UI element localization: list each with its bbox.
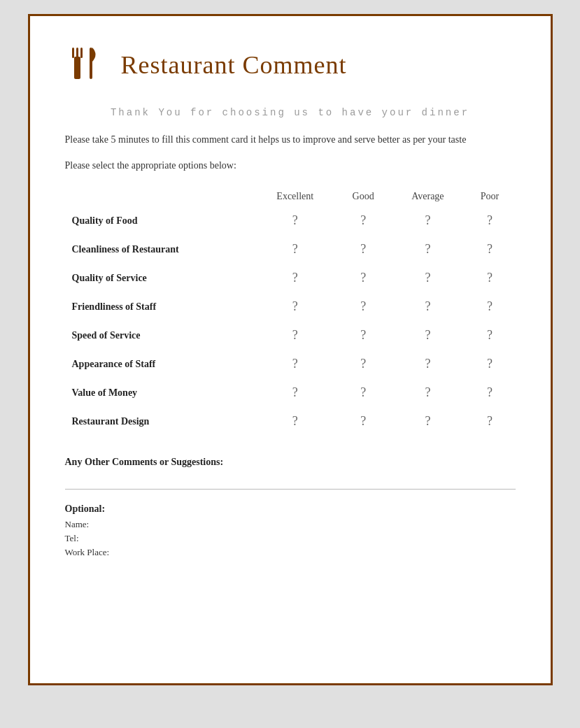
rating-option[interactable]: ?	[335, 378, 391, 407]
rating-option[interactable]: ?	[465, 292, 516, 321]
cutlery-icon	[65, 44, 107, 86]
rating-option[interactable]: ?	[335, 235, 391, 264]
row-label: Restaurant Design	[65, 407, 255, 436]
rating-table: Excellent Good Average Poor Quality of F…	[65, 187, 516, 436]
comments-label: Any Other Comments or Suggestions:	[65, 457, 516, 468]
rating-option[interactable]: ?	[465, 235, 516, 264]
rating-option[interactable]: ?	[335, 321, 391, 350]
row-label: Friendliness of Staff	[65, 292, 255, 321]
svg-rect-3	[74, 57, 80, 79]
rating-option[interactable]: ?	[335, 292, 391, 321]
optional-field: Name:	[65, 519, 516, 530]
rating-option[interactable]: ?	[255, 378, 335, 407]
rating-option[interactable]: ?	[255, 206, 335, 235]
rating-option[interactable]: ?	[465, 206, 516, 235]
optional-section: Optional: Name:Tel:Work Place:	[65, 504, 516, 558]
rating-option[interactable]: ?	[391, 264, 464, 292]
col-header-category	[65, 187, 255, 206]
rating-option[interactable]: ?	[465, 321, 516, 350]
rating-option[interactable]: ?	[255, 292, 335, 321]
optional-title: Optional:	[65, 504, 516, 515]
table-row: Speed of Service????	[65, 321, 516, 350]
rating-option[interactable]: ?	[335, 264, 391, 292]
rating-option[interactable]: ?	[391, 292, 464, 321]
header: Restaurant Comment	[65, 44, 516, 86]
rating-option[interactable]: ?	[255, 235, 335, 264]
row-label: Quality of Food	[65, 206, 255, 235]
table-row: Appearance of Staff????	[65, 350, 516, 378]
instruction-text: Please select the appropriate options be…	[65, 160, 516, 171]
svg-rect-1	[76, 48, 78, 58]
row-label: Value of Money	[65, 378, 255, 407]
rating-option[interactable]: ?	[465, 264, 516, 292]
rating-option[interactable]: ?	[255, 350, 335, 378]
svg-rect-2	[80, 48, 83, 58]
thank-you-text: Thank You for choosing us to have your d…	[65, 107, 516, 118]
divider	[65, 489, 516, 490]
row-label: Speed of Service	[65, 321, 255, 350]
rating-option[interactable]: ?	[391, 235, 464, 264]
rating-option[interactable]: ?	[391, 378, 464, 407]
rating-option[interactable]: ?	[335, 206, 391, 235]
optional-field: Work Place:	[65, 547, 516, 558]
row-label: Appearance of Staff	[65, 350, 255, 378]
optional-field: Tel:	[65, 533, 516, 544]
svg-rect-0	[72, 48, 74, 58]
page-title: Restaurant Comment	[121, 50, 347, 80]
rating-option[interactable]: ?	[255, 321, 335, 350]
comments-section: Any Other Comments or Suggestions:	[65, 457, 516, 468]
row-label: Quality of Service	[65, 264, 255, 292]
col-header-good: Good	[335, 187, 391, 206]
rating-option[interactable]: ?	[335, 350, 391, 378]
table-row: Friendliness of Staff????	[65, 292, 516, 321]
rating-option[interactable]: ?	[391, 206, 464, 235]
table-row: Quality of Service????	[65, 264, 516, 292]
row-label: Cleanliness of Restaurant	[65, 235, 255, 264]
rating-option[interactable]: ?	[255, 264, 335, 292]
rating-option[interactable]: ?	[465, 350, 516, 378]
rating-option[interactable]: ?	[465, 378, 516, 407]
col-header-excellent: Excellent	[255, 187, 335, 206]
rating-option[interactable]: ?	[465, 407, 516, 436]
table-row: Value of Money????	[65, 378, 516, 407]
rating-option[interactable]: ?	[391, 350, 464, 378]
rating-option[interactable]: ?	[255, 407, 335, 436]
description-text: Please take 5 minutes to fill this comme…	[65, 132, 516, 148]
col-header-average: Average	[391, 187, 464, 206]
table-row: Restaurant Design????	[65, 407, 516, 436]
col-header-poor: Poor	[465, 187, 516, 206]
rating-option[interactable]: ?	[391, 321, 464, 350]
table-row: Quality of Food????	[65, 206, 516, 235]
page-wrapper: Restaurant Comment Thank You for choosin…	[28, 14, 553, 685]
rating-option[interactable]: ?	[335, 407, 391, 436]
svg-rect-4	[90, 48, 92, 79]
rating-option[interactable]: ?	[391, 407, 464, 436]
table-row: Cleanliness of Restaurant????	[65, 235, 516, 264]
